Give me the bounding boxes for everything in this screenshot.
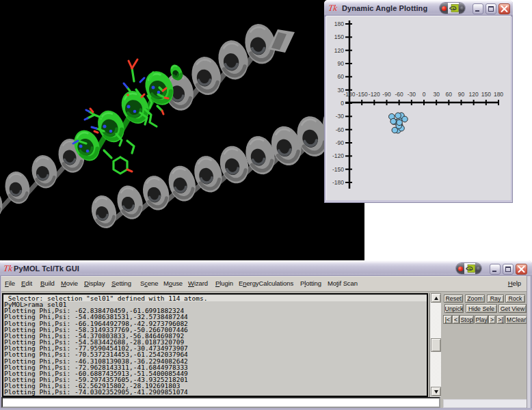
svg-text:150: 150	[481, 91, 491, 98]
menu-plotting[interactable]: Plotting	[300, 279, 321, 287]
svg-text:150: 150	[334, 33, 344, 40]
nview-red-icon[interactable]	[442, 6, 447, 11]
nview-gray-icon[interactable]	[477, 266, 481, 271]
menu-movie[interactable]: Movie	[61, 279, 78, 287]
stop-button[interactable]: Stop	[460, 315, 474, 324]
plot-window: Tk Dynamic Angle Plotting 18015012090603…	[324, 0, 513, 203]
svg-text:90: 90	[338, 60, 345, 67]
svg-text:-60: -60	[395, 91, 404, 98]
svg-text:-90: -90	[336, 139, 345, 146]
window-border-right	[527, 276, 532, 410]
main-window-titlebar[interactable]: Tk PyMOL Tcl/Tk GUI	[0, 260, 532, 276]
close-button[interactable]	[516, 264, 527, 275]
plot-window-titlebar[interactable]: Tk Dynamic Angle Plotting	[324, 0, 513, 16]
pymol-gui-window: Tk PyMOL Tcl/Tk GUI FileEditBuildMovieDi…	[0, 260, 532, 410]
menu-edit[interactable]: Edit	[21, 279, 32, 287]
window-border-left	[0, 276, 1, 410]
gui-client-area: Selector: selection "sel01" defined with…	[1, 292, 527, 408]
svg-text:-180: -180	[332, 179, 344, 186]
menu-plugin[interactable]: Plugin	[215, 279, 233, 287]
nvidia-eye-icon[interactable]	[464, 264, 476, 273]
tk-icon: Tk	[3, 263, 13, 274]
nview-gray-icon[interactable]	[460, 6, 464, 10]
menu-scene[interactable]: Scene	[140, 279, 158, 287]
svg-text:-30: -30	[336, 113, 345, 120]
nview-capsule[interactable]	[456, 263, 481, 274]
svg-text:-60: -60	[336, 126, 345, 133]
maximize-button[interactable]	[486, 3, 496, 14]
svg-text:-90: -90	[382, 91, 391, 98]
svg-text:90: 90	[458, 91, 465, 98]
menu-energycalculations[interactable]: EnergyCalculations	[239, 279, 293, 287]
--button[interactable]: >	[488, 315, 496, 324]
svg-text:180: 180	[334, 20, 344, 27]
menu-mouse[interactable]: Mouse	[163, 279, 183, 287]
menu-build[interactable]: Build	[40, 279, 55, 287]
--button[interactable]: <	[452, 315, 460, 324]
unpick-button[interactable]: Unpick	[444, 304, 464, 313]
minimize-icon	[492, 271, 496, 272]
close-x-icon	[516, 264, 527, 274]
minimize-button[interactable]	[473, 3, 483, 14]
pymol-3d-viewport[interactable]	[0, 0, 364, 260]
ramachandran-plot[interactable]: 1801501209060300-30-60-90-120-150-180-18…	[326, 16, 511, 200]
menubar: FileEditBuildMovieDisplaySettingSceneMou…	[1, 276, 527, 292]
molecule-rendering	[0, 0, 364, 260]
svg-text:-30: -30	[408, 91, 416, 98]
menu-file[interactable]: File	[5, 279, 15, 287]
log-output-lines: PyMOL>rama sel01 Plotting Phi,Psi: -62.8…	[4, 301, 188, 396]
arrow-up-icon	[434, 297, 438, 300]
scroll-down-button[interactable]	[431, 387, 441, 396]
close-x-icon	[499, 4, 509, 14]
plot-window-title: Dynamic Angle Plotting	[342, 4, 427, 12]
menu-setting[interactable]: Setting	[111, 279, 131, 287]
get-view-button[interactable]: Get View	[498, 304, 527, 313]
reset-button[interactable]: Reset	[444, 295, 463, 303]
svg-text:60: 60	[446, 91, 453, 98]
minimize-button[interactable]	[490, 264, 501, 275]
nvidia-eye-icon[interactable]	[448, 3, 460, 13]
svg-text:-150: -150	[356, 91, 368, 98]
menu-wizard[interactable]: Wizard	[188, 279, 208, 287]
output-log[interactable]: Selector: selection "sel01" defined with…	[2, 293, 428, 397]
control-button-panel: ResetZoomRayRockUnpickHide SeleGet View|…	[442, 292, 527, 408]
svg-text:-120: -120	[332, 152, 344, 159]
log-scrollbar[interactable]	[429, 293, 441, 397]
nview-capsule[interactable]	[440, 3, 465, 14]
scroll-up-button[interactable]	[431, 293, 441, 303]
command-input[interactable]	[1, 397, 440, 408]
arrow-down-icon	[434, 390, 438, 394]
svg-text:180: 180	[494, 91, 503, 98]
minimize-icon	[475, 10, 479, 12]
maximize-icon	[505, 266, 511, 272]
play-button[interactable]: Play	[475, 315, 488, 324]
rock-button[interactable]: Rock	[505, 295, 525, 303]
mclear-button[interactable]: MClear	[505, 315, 527, 324]
svg-text:120: 120	[469, 91, 479, 98]
scrollbar-thumb[interactable]	[431, 338, 441, 352]
nview-red-icon[interactable]	[458, 266, 463, 271]
svg-text:-180: -180	[343, 91, 355, 98]
svg-text:120: 120	[334, 47, 344, 54]
maximize-button[interactable]	[503, 264, 514, 275]
hide-sele-button[interactable]: Hide Sele	[466, 304, 497, 313]
main-window-title: PyMOL Tcl/Tk GUI	[14, 264, 79, 273]
log-lines: Selector: selection "sel01" defined with…	[4, 295, 427, 396]
tk-icon: Tk	[328, 3, 338, 14]
svg-text:-150: -150	[332, 166, 344, 173]
--button[interactable]: >|	[496, 315, 505, 324]
menu-help[interactable]: Help	[508, 279, 521, 287]
--button[interactable]: |<	[443, 315, 452, 324]
svg-text:0: 0	[341, 100, 344, 107]
status-bar	[443, 399, 528, 408]
svg-text:-120: -120	[369, 91, 380, 98]
menu-display[interactable]: Display	[84, 279, 105, 287]
maximize-icon	[488, 6, 494, 12]
close-button[interactable]	[498, 3, 510, 14]
svg-text:60: 60	[338, 73, 345, 80]
svg-text:0: 0	[423, 91, 426, 98]
svg-text:30: 30	[433, 91, 440, 98]
menu-motif-scan[interactable]: Motif Scan	[328, 279, 358, 287]
ray-button[interactable]: Ray	[487, 295, 504, 303]
zoom-button[interactable]: Zoom	[465, 295, 485, 303]
